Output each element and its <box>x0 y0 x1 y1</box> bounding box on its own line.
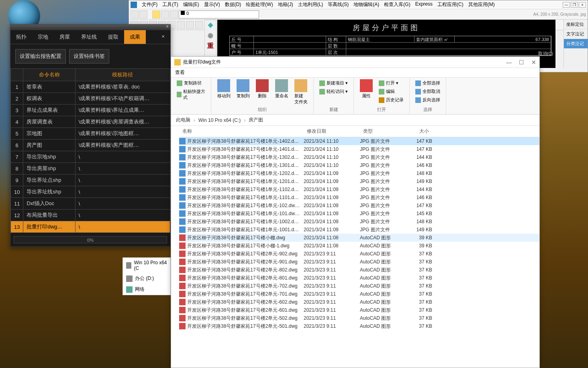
file-row[interactable]: 开发区柳子河路38号舒馨家苑17号楼1单元-1002.d…2021/3/24 1… <box>179 218 539 226</box>
delete-button[interactable]: 删除 <box>254 79 271 99</box>
toolbar-icon[interactable] <box>177 21 185 29</box>
table-row[interactable]: 3界址点成果表\成果资料模板\界址点成果… <box>11 105 170 116</box>
file-row[interactable]: 开发区柳子河路38号舒馨家苑17号楼1单元-1202.d…2021/3/24 1… <box>179 169 539 177</box>
file-row[interactable]: 开发区柳子河路38号舒馨家苑17号楼2单元-701.dwg2021/3/23 9… <box>179 290 539 298</box>
panel-tab[interactable]: 拓扑 <box>10 30 32 44</box>
file-row[interactable]: 开发区柳子河路38号舒馨家苑17号楼1单元-102.dw…2021/3/24 1… <box>179 201 539 210</box>
file-row[interactable]: 开发区柳子河路38号舒馨家苑17号楼2单元-601.dwg2021/3/23 9… <box>179 306 539 314</box>
invert-select-button[interactable]: 反向选择 <box>414 96 442 104</box>
col-name[interactable]: 名称 <box>179 128 304 135</box>
file-row[interactable]: 开发区柳子河路38号舒馨家苑17号楼1单元-1001.d…2021/3/24 1… <box>179 226 539 234</box>
menu-item[interactable]: 编辑(E) <box>181 1 202 8</box>
redo-label[interactable]: 重 <box>206 42 215 51</box>
file-row[interactable]: 开发区柳子河路38号舒馨家苑17号楼2单元-602.dwg2021/3/23 9… <box>179 298 539 306</box>
network[interactable]: 网络 <box>123 284 170 295</box>
file-row[interactable]: 开发区柳子河路38号舒馨家苑17号楼1单元-1301.d…2021/3/24 1… <box>179 161 539 169</box>
file-row[interactable]: 开发区柳子河路38号舒馨家苑17号楼小棚-1.dwg2021/3/24 11:0… <box>179 242 539 250</box>
close-icon[interactable]: × <box>156 30 170 44</box>
file-row[interactable]: 开发区柳子河路38号舒馨家苑17号楼1单元-1102.d…2021/3/24 1… <box>179 185 539 193</box>
col-command[interactable]: 命令名称 <box>23 69 75 81</box>
table-row[interactable]: 6房产图\成果资料模板\房产图框… <box>11 140 170 151</box>
file-row[interactable]: 开发区柳子河路38号舒馨家苑17号楼2单元-801.dwg2021/3/23 9… <box>179 274 539 282</box>
table-row[interactable]: 8导出房屋shp\ <box>11 163 170 175</box>
menu-item[interactable]: 数据(D) <box>223 1 244 8</box>
select-all-button[interactable]: 全部选择 <box>414 79 442 87</box>
menu-item[interactable]: 检查入库(G) <box>382 1 412 8</box>
table-row[interactable]: 2权调表\成果资料模板\不动产权籍调… <box>11 93 170 105</box>
table-row[interactable]: 1签章表\成果资料模板\签章表. doc <box>11 81 170 93</box>
cancel-label[interactable]: 取消(C) <box>538 51 553 57</box>
easy-access-button[interactable]: 轻松访问 ▾ <box>318 88 349 95</box>
col-type[interactable]: 类型 <box>360 128 404 135</box>
col-date[interactable]: 修改日期 <box>304 128 360 135</box>
tool-icon[interactable]: ◉ <box>206 31 215 41</box>
table-row[interactable]: 7导出宗地shp\ <box>11 151 170 163</box>
table-row[interactable]: 4房屋调查表\成果资料模板\房屋调查表模… <box>11 116 170 128</box>
history-button[interactable]: 历史记录 <box>377 96 405 104</box>
properties-button[interactable]: 属性 <box>358 79 375 99</box>
coord-button[interactable]: 坐标定位 <box>564 20 588 29</box>
bc-this-pc[interactable]: 此电脑 <box>174 117 192 123</box>
table-row[interactable]: 12布局批量导出\ <box>11 210 170 221</box>
classify-note-button[interactable]: 分类注记 <box>564 39 588 49</box>
select-none-button[interactable]: 全部取消 <box>414 88 442 95</box>
table-row[interactable]: 9导出界址点shp\ <box>11 175 170 186</box>
menu-item[interactable]: 工程应用(C) <box>435 1 466 8</box>
tab-view[interactable]: 查看 <box>175 69 185 76</box>
menu-item[interactable]: 绘图处理(W) <box>243 1 275 8</box>
panel-tab[interactable]: 界址线 <box>76 30 102 44</box>
move-to-button[interactable]: 移动到 <box>215 79 232 99</box>
menu-item[interactable]: 显示(V) <box>202 1 223 8</box>
explorer-titlebar[interactable]: 批量打印dwg文件 — ☐ ✕ <box>171 57 539 68</box>
text-note-button[interactable]: 文字注记 <box>564 29 588 39</box>
layer-combo[interactable]: 0 <box>179 10 259 19</box>
file-row[interactable]: 开发区柳子河路38号舒馨家苑17号楼2单元-901.dwg2021/3/23 9… <box>179 258 539 266</box>
bc-folder[interactable]: 房产图 <box>247 117 265 123</box>
col-size[interactable]: 大小 <box>404 128 432 135</box>
toolbar-icon[interactable] <box>186 21 194 29</box>
new-folder-button[interactable]: 新建 文件夹 <box>292 79 309 105</box>
file-row[interactable]: 开发区柳子河路38号舒馨家苑17号楼1单元-1101.d…2021/3/24 1… <box>179 193 539 201</box>
paste-shortcut-button[interactable]: 粘贴快捷方式 <box>175 88 207 101</box>
copy-to-button[interactable]: 复制到 <box>235 79 251 99</box>
panel-titlebar[interactable] <box>10 25 170 30</box>
toolbar-icon[interactable] <box>131 10 139 19</box>
table-row[interactable]: 5宗地图\成果资料模板\宗地图框… <box>11 128 170 140</box>
file-row[interactable]: 开发区柳子河路38号舒馨家苑17号楼2单元-501.dwg2021/3/23 9… <box>179 322 539 330</box>
file-list[interactable]: 名称 修改日期 类型 大小 开发区柳子河路38号舒馨家苑17号楼1单元-1402… <box>179 126 539 368</box>
file-row[interactable]: 开发区柳子河路38号舒馨家苑17号楼1单元-101.dw…2021/3/24 1… <box>179 210 539 218</box>
restore-button[interactable]: ❐ <box>571 2 578 8</box>
menu-item[interactable]: 地籍(J) <box>276 1 296 8</box>
drive-c[interactable]: Win 10 Pro x64 (C <box>123 258 170 273</box>
menu-item[interactable]: 地物编辑(A) <box>351 1 382 8</box>
panel-tab[interactable]: 宗地 <box>32 30 54 44</box>
bookmark-button[interactable]: 设置特殊书签 <box>69 49 109 64</box>
panel-tab[interactable]: 成果 <box>124 30 146 44</box>
file-row[interactable]: 开发区柳子河路38号舒馨家苑17号楼小棚.dwg2021/3/24 11:08A… <box>179 234 539 242</box>
file-row[interactable]: 开发区柳子河路38号舒馨家苑17号楼1单元-1402.d…2021/3/24 1… <box>179 137 539 145</box>
file-row[interactable]: 开发区柳子河路38号舒馨家苑17号楼1单元-1401.d…2021/3/24 1… <box>179 145 539 153</box>
menu-item[interactable]: 其他应用(M) <box>466 1 497 8</box>
panel-tab[interactable]: 提取 <box>102 30 124 44</box>
output-config-button[interactable]: 设置输出报告配置 <box>15 49 66 64</box>
edit-button[interactable]: 编辑 <box>377 88 405 95</box>
toolbar-icon[interactable] <box>195 21 203 29</box>
file-row[interactable]: 开发区柳子河路38号舒馨家苑17号楼2单元-502.dwg2021/3/23 9… <box>179 314 539 322</box>
open-button[interactable]: 打开 ▾ <box>377 79 405 87</box>
menu-item[interactable]: 工具(T) <box>160 1 180 8</box>
menu-item[interactable]: 土地利用(L) <box>296 1 326 8</box>
panel-tab[interactable]: 房屋 <box>54 30 76 44</box>
diamond-icon[interactable]: ◆ <box>206 21 215 31</box>
file-row[interactable]: 开发区柳子河路38号舒馨家苑17号楼2单元-702.dwg2021/3/23 9… <box>179 282 539 290</box>
close-button[interactable]: × <box>579 2 586 8</box>
minimize-button[interactable]: — <box>506 59 512 66</box>
rename-button[interactable]: 重命名 <box>273 79 290 99</box>
toolbar-icon[interactable] <box>170 10 178 19</box>
table-row[interactable]: 11Dxf插入Doc\ <box>11 198 170 210</box>
copy-path-button[interactable]: 复制路径 <box>175 79 203 87</box>
new-item-button[interactable]: 新建项目 ▾ <box>318 79 349 87</box>
menu-item[interactable]: Express <box>413 1 435 8</box>
toolbar-icon[interactable] <box>161 10 169 19</box>
minimize-button[interactable]: — <box>563 2 570 8</box>
file-row[interactable]: 开发区柳子河路38号舒馨家苑17号楼2单元-802.dwg2021/3/23 9… <box>179 266 539 274</box>
